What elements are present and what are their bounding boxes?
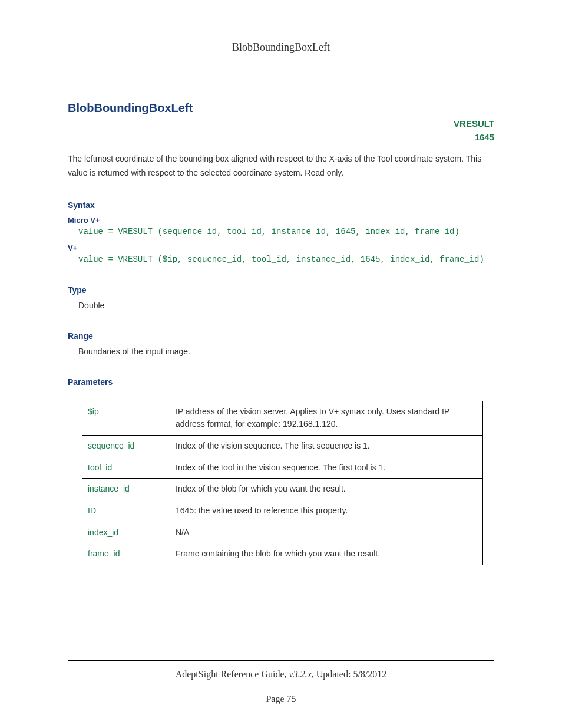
syntax-vplus-code: value = VRESULT ($ip, sequence_id, tool_… [78, 255, 494, 264]
result-meta: VRESULT 1645 [68, 117, 494, 144]
param-name: index_id [82, 522, 170, 543]
topic-heading: BlobBoundingBoxLeft [68, 101, 494, 115]
type-heading: Type [68, 285, 494, 295]
range-value: Boundaries of the input image. [78, 347, 494, 356]
footer-updated: , Updated: 5/8/2012 [312, 669, 387, 679]
param-desc: Index of the tool in the vision sequence… [170, 457, 483, 479]
page-number: Page 75 [68, 694, 494, 704]
topic-description: The leftmost coordinate of the bounding … [68, 152, 494, 180]
result-type-label: VRESULT [68, 117, 494, 131]
result-code: 1645 [68, 131, 494, 144]
footer-guide: AdeptSight Reference Guide [176, 669, 285, 679]
param-name: frame_id [82, 543, 170, 565]
document-page: BlobBoundingBoxLeft BlobBoundingBoxLeft … [0, 0, 562, 728]
param-desc: Frame containing the blob for which you … [170, 543, 483, 565]
table-row: instance_id Index of the blob for which … [82, 479, 483, 500]
syntax-micro-label: Micro V+ [68, 216, 494, 225]
table-row: ID 1645: the value used to reference thi… [82, 500, 483, 522]
param-name: $ip [82, 401, 170, 435]
footer-version: , v3.2.x [285, 669, 312, 679]
table-row: frame_id Frame containing the blob for w… [82, 543, 483, 565]
parameters-heading: Parameters [68, 377, 494, 387]
param-desc: Index of the vision sequence. The first … [170, 435, 483, 457]
range-section: Range Boundaries of the input image. [68, 331, 494, 356]
parameters-table: $ip IP address of the vision server. App… [82, 401, 483, 566]
parameters-section: Parameters $ip IP address of the vision … [68, 377, 494, 566]
type-section: Type Double [68, 285, 494, 310]
syntax-vplus-label: V+ [68, 243, 494, 252]
param-desc: N/A [170, 522, 483, 543]
type-value: Double [78, 301, 494, 310]
table-row: sequence_id Index of the vision sequence… [82, 435, 483, 457]
syntax-heading: Syntax [68, 200, 494, 210]
param-desc: IP address of the vision server. Applies… [170, 401, 483, 435]
footer-citation: AdeptSight Reference Guide, v3.2.x, Upda… [68, 660, 494, 680]
page-header-title: BlobBoundingBoxLeft [68, 41, 494, 60]
param-desc: Index of the blob for which you want the… [170, 479, 483, 500]
param-name: tool_id [82, 457, 170, 479]
page-footer: AdeptSight Reference Guide, v3.2.x, Upda… [68, 660, 494, 704]
parameters-tbody: $ip IP address of the vision server. App… [82, 401, 483, 565]
param-name: instance_id [82, 479, 170, 500]
table-row: tool_id Index of the tool in the vision … [82, 457, 483, 479]
param-desc: 1645: the value used to reference this p… [170, 500, 483, 522]
table-row: index_id N/A [82, 522, 483, 543]
range-heading: Range [68, 331, 494, 341]
syntax-section: Syntax Micro V+ value = VRESULT (sequenc… [68, 200, 494, 264]
table-row: $ip IP address of the vision server. App… [82, 401, 483, 435]
syntax-micro-code: value = VRESULT (sequence_id, tool_id, i… [78, 227, 494, 236]
param-name: ID [82, 500, 170, 522]
param-name: sequence_id [82, 435, 170, 457]
